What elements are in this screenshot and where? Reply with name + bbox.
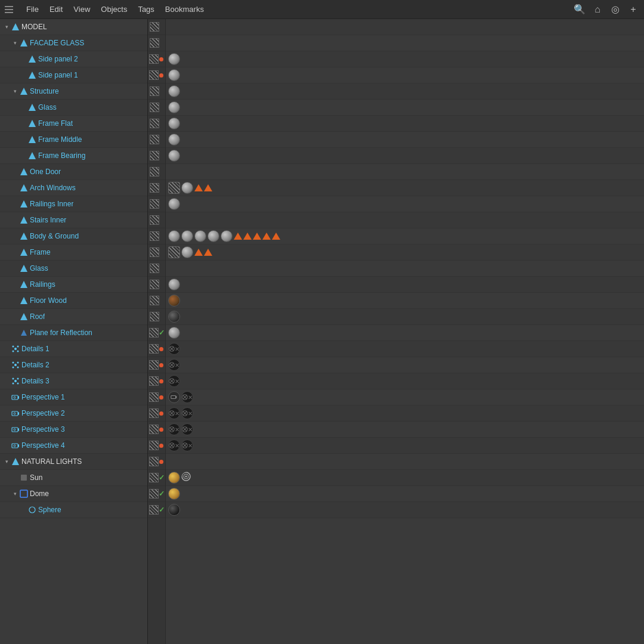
search-icon[interactable]: 🔍 [574, 4, 586, 16]
material-ball[interactable] [181, 472, 193, 484]
tags-cell-model[interactable] [148, 19, 165, 35]
expand-icon[interactable]: ▾ [2, 23, 11, 31]
tags-cell-one-door[interactable] [148, 164, 165, 180]
tree-row-structure[interactable]: ▾Structure [0, 83, 147, 100]
home-icon[interactable]: ⌂ [592, 4, 603, 16]
material-ball[interactable] [168, 327, 180, 339]
material-ball[interactable] [168, 488, 180, 500]
expand-icon[interactable]: ▾ [2, 457, 11, 466]
tree-row-perspective-4[interactable]: Perspective 4 [0, 438, 147, 454]
tags-cell-details-2[interactable] [148, 357, 165, 373]
expand-icon[interactable] [11, 248, 19, 256]
menu-file[interactable]: File [26, 5, 39, 14]
expand-icon[interactable] [19, 55, 27, 63]
material-ball[interactable] [168, 85, 180, 97]
tree-row-glass2[interactable]: Glass [0, 261, 147, 277]
tags-cell-roof[interactable] [148, 309, 165, 325]
expand-icon[interactable] [19, 506, 27, 514]
menu-edit[interactable]: Edit [49, 5, 63, 14]
tags-cell-details-3[interactable] [148, 373, 165, 389]
tags-cell-arch-windows[interactable] [148, 180, 165, 196]
tree-row-frame-middle[interactable]: Frame Middle [0, 132, 147, 148]
tags-cell-side-panel-1[interactable] [148, 67, 165, 83]
material-ball[interactable] [168, 246, 180, 258]
material-ball[interactable] [208, 230, 219, 242]
tags-cell-perspective-1[interactable] [148, 389, 165, 405]
material-ball[interactable] [168, 407, 180, 419]
tree-row-body-ground[interactable]: Body & Ground [0, 228, 147, 244]
expand-icon[interactable] [11, 296, 19, 305]
tree-row-perspective-3[interactable]: Perspective 3 [0, 422, 147, 438]
tree-row-frame-flat[interactable]: Frame Flat [0, 116, 147, 132]
scene-panel[interactable]: ▾MODEL▾FACADE GLASSSide panel 2Side pane… [0, 19, 148, 644]
material-ball[interactable] [168, 343, 180, 355]
material-ball[interactable] [168, 69, 180, 81]
tree-row-railings-inner[interactable]: Railings Inner [0, 196, 147, 212]
expand-icon[interactable] [19, 71, 27, 79]
tree-row-dome[interactable]: ▾ Dome [0, 486, 147, 502]
tags-cell-frame[interactable] [148, 244, 165, 261]
expand-icon[interactable] [19, 151, 27, 160]
expand-icon[interactable] [19, 119, 27, 128]
expand-icon[interactable] [11, 216, 19, 224]
tree-row-glass[interactable]: Glass [0, 100, 147, 116]
tags-cell-side-panel-2[interactable] [148, 51, 165, 67]
plus-icon[interactable]: + [627, 4, 639, 16]
tags-cell-frame-bearing[interactable] [148, 148, 165, 164]
material-ball[interactable] [168, 101, 180, 113]
material-ball[interactable] [168, 504, 180, 516]
tree-row-details-2[interactable]: Details 2 [0, 357, 147, 373]
expand-icon[interactable] [11, 280, 19, 289]
material-ball[interactable] [168, 391, 180, 403]
tree-row-frame[interactable]: Frame [0, 244, 147, 261]
tree-row-frame-bearing[interactable]: Frame Bearing [0, 148, 147, 164]
tags-cell-plane-reflection[interactable]: ✓ [148, 325, 165, 341]
tree-row-stairs-inner[interactable]: Stairs Inner [0, 212, 147, 228]
expand-icon[interactable] [2, 425, 11, 434]
tags-cell-natural-lights[interactable] [148, 454, 165, 470]
tags-cell-sun[interactable]: ✓ [148, 470, 165, 486]
tree-row-sphere[interactable]: Sphere [0, 502, 147, 518]
menu-view[interactable]: View [73, 5, 90, 14]
tags-cell-perspective-4[interactable] [148, 438, 165, 454]
tree-row-plane-reflection[interactable]: Plane for Reflection [0, 325, 147, 341]
material-ball[interactable] [168, 230, 180, 242]
material-ball[interactable] [181, 230, 193, 242]
tree-row-arch-windows[interactable]: Arch Windows [0, 180, 147, 196]
tags-cell-frame-flat[interactable] [148, 116, 165, 132]
expand-icon[interactable] [19, 103, 27, 112]
tags-cell-railings-inner[interactable] [148, 196, 165, 212]
material-ball[interactable] [168, 423, 180, 435]
tags-cell-railings[interactable] [148, 277, 165, 293]
material-ball[interactable] [168, 278, 180, 290]
layers-icon[interactable]: ◎ [609, 4, 621, 16]
expand-icon[interactable] [2, 393, 11, 401]
material-ball[interactable] [221, 230, 233, 242]
tree-row-perspective-2[interactable]: Perspective 2 [0, 405, 147, 422]
expand-icon[interactable]: ▾ [11, 490, 19, 498]
material-ball[interactable] [194, 230, 206, 242]
expand-icon[interactable] [11, 329, 19, 337]
expand-icon[interactable]: ▾ [11, 39, 19, 47]
tree-row-side-panel-1[interactable]: Side panel 1 [0, 67, 147, 83]
material-ball[interactable] [181, 246, 193, 258]
material-ball[interactable] [168, 134, 180, 145]
expand-icon[interactable] [11, 232, 19, 240]
expand-icon[interactable] [11, 184, 19, 192]
material-ball[interactable] [168, 182, 180, 194]
tags-cell-glass[interactable] [148, 100, 165, 116]
tags-cell-facade-glass[interactable] [148, 35, 165, 51]
material-ball[interactable] [168, 472, 180, 484]
expand-icon[interactable] [2, 409, 11, 417]
material-ball[interactable] [168, 150, 180, 162]
tags-cell-perspective-2[interactable] [148, 405, 165, 422]
expand-icon[interactable] [11, 200, 19, 208]
material-ball[interactable] [168, 439, 180, 451]
tree-row-one-door[interactable]: One Door [0, 164, 147, 180]
tags-cell-sphere[interactable]: ✓ [148, 502, 165, 518]
tags-cell-floor-wood[interactable] [148, 293, 165, 309]
tree-row-model[interactable]: ▾MODEL [0, 19, 147, 35]
expand-icon[interactable] [11, 264, 19, 273]
tree-row-facade-glass[interactable]: ▾FACADE GLASS [0, 35, 147, 51]
tags-cell-frame-middle[interactable] [148, 132, 165, 148]
